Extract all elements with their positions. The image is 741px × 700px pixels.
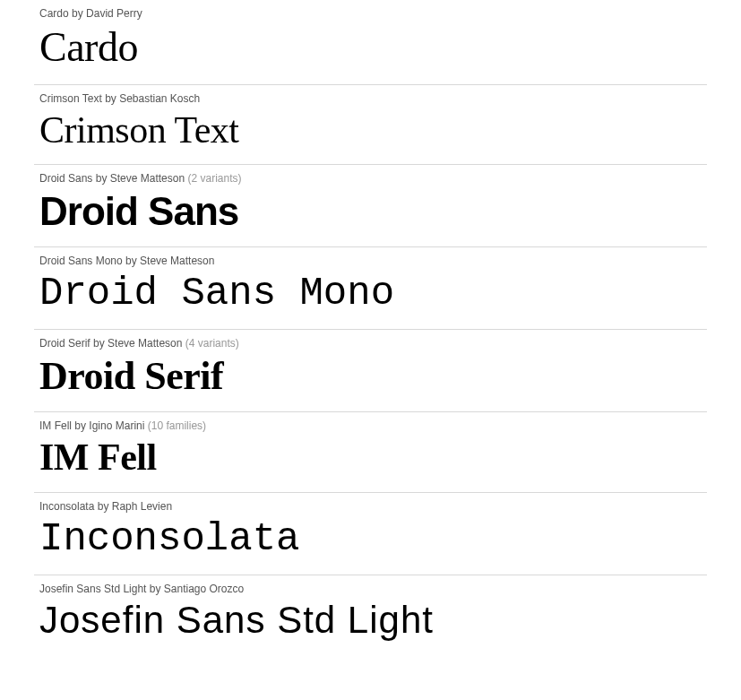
font-name: Droid Serif [39,337,90,350]
font-by-text: by [96,172,110,185]
font-list: Cardo by David Perry Cardo Crimson Text … [0,0,741,654]
font-meta: Droid Serif by Steve Matteson (4 variant… [39,337,707,350]
font-extra: (2 variants) [187,172,241,185]
font-preview: IM Fell [39,434,707,481]
font-by-text: by [105,92,119,105]
font-item[interactable]: IM Fell by Igino Marini (10 families) IM… [34,412,707,493]
font-author: Raph Levien [112,500,172,513]
font-by-text: by [150,583,164,595]
font-by-text: by [98,500,112,513]
font-author: Igino Marini [89,419,144,432]
font-author: Steve Matteson [110,172,185,185]
font-meta: Droid Sans Mono by Steve Matteson [39,255,707,267]
font-author: Santiago Orozco [164,583,244,595]
font-meta: Crimson Text by Sebastian Kosch [39,92,707,105]
font-by-text: by [72,7,86,20]
font-item[interactable]: Droid Sans by Steve Matteson (2 variants… [34,165,707,247]
font-meta: IM Fell by Igino Marini (10 families) [39,419,707,432]
font-name: Crimson Text [39,92,102,105]
font-preview: Inconsolata [39,514,707,564]
font-meta: Droid Sans by Steve Matteson (2 variants… [39,172,707,185]
font-by-text: by [125,255,140,267]
font-author: Steve Matteson [140,255,214,267]
font-meta: Josefin Sans Std Light by Santiago Orozc… [39,583,707,595]
font-name: Josefin Sans Std Light [39,583,146,595]
font-name: Cardo [39,7,69,20]
font-name: Inconsolata [39,500,94,513]
font-preview: Cardo [39,22,707,73]
font-item[interactable]: Crimson Text by Sebastian Kosch Crimson … [34,85,707,166]
font-author: David Perry [86,7,142,20]
font-meta: Inconsolata by Raph Levien [39,500,707,513]
font-name: Droid Sans [39,172,92,185]
font-extra: (10 families) [148,419,206,432]
font-preview: Josefin Sans Std Light [39,597,707,644]
font-item[interactable]: Droid Serif by Steve Matteson (4 variant… [34,330,707,412]
font-meta: Cardo by David Perry [39,7,707,20]
font-author: Sebastian Kosch [119,92,200,105]
font-preview: Droid Sans Mono [39,269,707,318]
font-preview: Droid Serif [39,351,707,401]
font-item[interactable]: Droid Sans Mono by Steve Matteson Droid … [34,247,707,330]
font-name: IM Fell [39,419,72,432]
font-item[interactable]: Josefin Sans Std Light by Santiago Orozc… [34,575,707,655]
font-by-text: by [93,337,108,350]
font-preview: Crimson Text [39,107,707,154]
font-by-text: by [74,419,89,432]
font-author: Steve Matteson [108,337,182,350]
font-name: Droid Sans Mono [39,255,123,267]
font-item[interactable]: Cardo by David Perry Cardo [34,0,707,85]
font-preview: Droid Sans [39,186,707,236]
font-item[interactable]: Inconsolata by Raph Levien Inconsolata [34,493,707,575]
font-extra: (4 variants) [185,337,239,350]
